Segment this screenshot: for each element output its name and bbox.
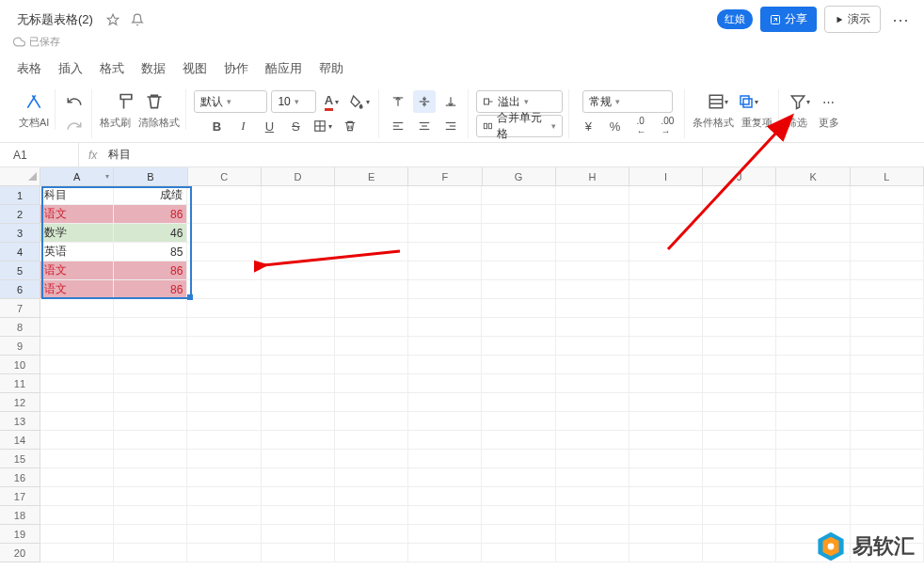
fx-label[interactable]: fx (79, 149, 106, 162)
cell-D11[interactable] (262, 374, 335, 393)
cell-D12[interactable] (262, 393, 335, 412)
menu-data[interactable]: 数据 (141, 60, 166, 77)
cell-J7[interactable] (703, 299, 776, 318)
cell-L2[interactable] (851, 205, 924, 224)
cell-E19[interactable] (335, 525, 408, 544)
italic-button[interactable]: I (231, 115, 254, 137)
cell-J2[interactable] (703, 205, 776, 224)
cell-E8[interactable] (335, 318, 408, 337)
cell-J8[interactable] (703, 318, 776, 337)
halign-center-button[interactable] (413, 115, 436, 137)
cell-B12[interactable] (114, 393, 187, 412)
cell-C20[interactable] (187, 544, 261, 562)
cell-I8[interactable] (629, 318, 703, 337)
cell-B7[interactable] (114, 299, 187, 318)
cell-C9[interactable] (187, 337, 261, 356)
cell-G3[interactable] (482, 224, 555, 243)
cell-K12[interactable] (776, 393, 850, 412)
cell-G13[interactable] (482, 412, 555, 431)
cell-K4[interactable] (776, 243, 850, 261)
rowh-7[interactable]: 7 (0, 299, 40, 318)
cell-K17[interactable] (776, 487, 850, 506)
cell-D13[interactable] (262, 412, 335, 431)
cell-C3[interactable] (187, 224, 261, 243)
menu-insert[interactable]: 插入 (58, 60, 83, 77)
cell-F5[interactable] (408, 261, 482, 280)
cell-K9[interactable] (776, 337, 850, 356)
rowh-2[interactable]: 2 (0, 205, 40, 224)
cell-I15[interactable] (629, 450, 703, 468)
border-button[interactable]: ▾ (311, 115, 335, 137)
cell-G7[interactable] (482, 299, 555, 318)
cell-F17[interactable] (408, 487, 482, 506)
rowh-9[interactable]: 9 (0, 337, 40, 356)
cell-A4[interactable]: 英语 (40, 243, 114, 261)
cell-B20[interactable] (114, 544, 187, 562)
cell-A14[interactable] (40, 431, 114, 450)
col-F[interactable]: F (408, 167, 482, 185)
cell-J5[interactable] (703, 261, 776, 280)
cell-C4[interactable] (187, 243, 261, 261)
cell-J14[interactable] (703, 431, 776, 450)
rowh-5[interactable]: 5 (0, 261, 40, 280)
col-J[interactable]: J (703, 167, 776, 185)
redo-button[interactable] (63, 115, 86, 137)
cell-G10[interactable] (482, 356, 555, 374)
cell-C10[interactable] (187, 356, 261, 374)
cell-D9[interactable] (262, 337, 335, 356)
col-D[interactable]: D (262, 167, 335, 185)
cell-A6[interactable]: 语文 (40, 280, 114, 299)
cell-B3[interactable]: 46 (114, 224, 187, 243)
more-toolbar-icon[interactable]: ⋯ (817, 90, 839, 113)
cell-D16[interactable] (262, 468, 335, 487)
cell-C19[interactable] (187, 525, 261, 544)
dec-dec-button[interactable]: .0← (629, 115, 652, 137)
share-button[interactable]: 分享 (760, 7, 817, 32)
cell-F20[interactable] (408, 544, 482, 562)
cell-K6[interactable] (776, 280, 850, 299)
cell-F7[interactable] (408, 299, 482, 318)
cell-B13[interactable] (114, 412, 187, 431)
cell-C5[interactable] (187, 261, 261, 280)
cell-D15[interactable] (262, 450, 335, 468)
cell-A1[interactable]: 科目 (40, 186, 114, 205)
cell-D3[interactable] (262, 224, 335, 243)
cell-J4[interactable] (703, 243, 776, 261)
strike-button[interactable]: S (284, 115, 307, 137)
cell-G19[interactable] (482, 525, 555, 544)
cell-A13[interactable] (40, 412, 114, 431)
cell-B11[interactable] (114, 374, 187, 393)
cell-L18[interactable] (851, 506, 924, 525)
col-G[interactable]: G (483, 167, 556, 185)
cell-D20[interactable] (262, 544, 335, 562)
cell-I1[interactable] (629, 186, 703, 205)
cell-K10[interactable] (776, 356, 850, 374)
cell-I9[interactable] (629, 337, 703, 356)
cell-A11[interactable] (40, 374, 114, 393)
cell-A20[interactable] (40, 544, 114, 562)
rowh-1[interactable]: 1 (0, 186, 40, 205)
cell-E10[interactable] (335, 356, 408, 374)
valign-bot-button[interactable] (439, 90, 462, 113)
cell-C7[interactable] (187, 299, 261, 318)
cell-L13[interactable] (851, 412, 924, 431)
cond-format-icon[interactable]: ▾ (705, 90, 731, 113)
cell-C2[interactable] (187, 205, 261, 224)
cell-I11[interactable] (629, 374, 703, 393)
bell-icon[interactable] (129, 11, 146, 28)
menu-view[interactable]: 视图 (183, 60, 207, 77)
cell-L10[interactable] (851, 356, 924, 374)
rowh-16[interactable]: 16 (0, 468, 40, 487)
cell-J9[interactable] (703, 337, 776, 356)
rowh-13[interactable]: 13 (0, 412, 40, 431)
cell-C6[interactable] (187, 280, 261, 299)
cell-K13[interactable] (776, 412, 850, 431)
cell-A16[interactable] (40, 468, 114, 487)
fill-color-button[interactable]: ▾ (346, 90, 373, 113)
cell-E12[interactable] (335, 393, 408, 412)
formula-input[interactable]: 科目 (106, 147, 131, 163)
cell-L17[interactable] (851, 487, 924, 506)
cell-B19[interactable] (114, 525, 187, 544)
cell-D10[interactable] (262, 356, 335, 374)
cell-H3[interactable] (556, 224, 629, 243)
